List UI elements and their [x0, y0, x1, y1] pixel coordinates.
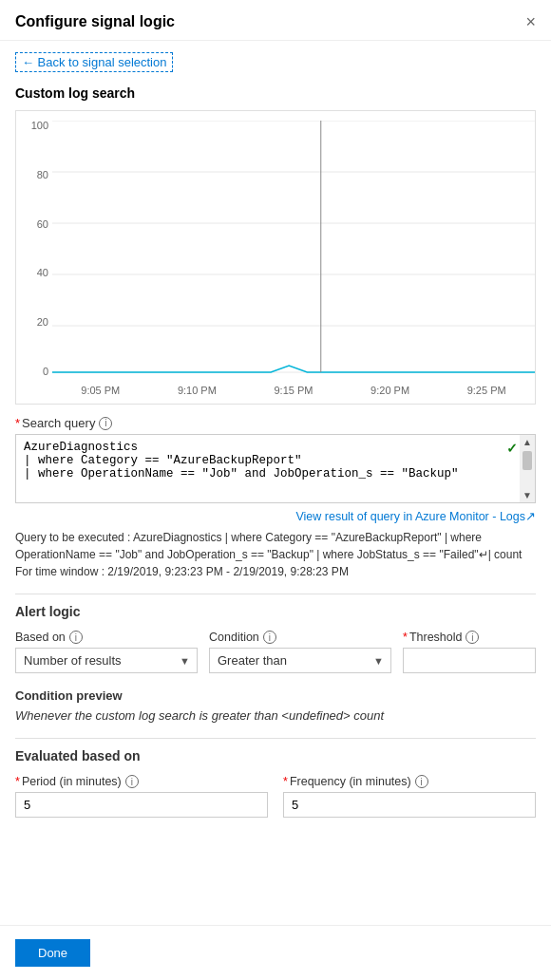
threshold-input[interactable] [403, 648, 536, 673]
period-required-star: * [15, 775, 20, 788]
x-label-920: 9:20 PM [342, 385, 439, 396]
y-label-60: 60 [37, 219, 48, 230]
chart-inner: 100 80 60 40 20 0 [16, 121, 535, 377]
frequency-info-icon[interactable]: i [415, 775, 428, 788]
alert-logic-section: Alert logic Based on i Number of results… [15, 604, 536, 673]
condition-select-wrapper: Greater than Less than Equal to ▼ [209, 648, 391, 673]
x-label-910: 9:10 PM [149, 385, 246, 396]
scroll-up-arrow[interactable]: ▲ [521, 435, 534, 449]
period-input[interactable] [15, 792, 268, 818]
frequency-field: * Frequency (in minutes) i [283, 775, 536, 818]
configure-signal-panel: Configure signal logic × ← Back to signa… [0, 0, 551, 980]
based-on-select-wrapper: Number of results Metric measurement ▼ [15, 648, 198, 673]
threshold-label-row: * Threshold i [403, 631, 536, 644]
panel-footer: Done [0, 925, 551, 980]
chart-container: 100 80 60 40 20 0 [15, 110, 536, 405]
based-on-info-icon[interactable]: i [69, 631, 83, 644]
y-label-20: 20 [37, 317, 48, 328]
x-label-925: 9:25 PM [438, 385, 535, 396]
search-query-textarea[interactable] [16, 435, 535, 499]
y-axis: 100 80 60 40 20 0 [16, 121, 52, 377]
based-on-field: Based on i Number of results Metric meas… [15, 631, 198, 673]
x-label-915: 9:15 PM [245, 385, 342, 396]
query-description-text: Query to be executed : AzureDiagnostics … [15, 531, 522, 578]
required-star: * [15, 416, 20, 430]
section-title: Custom log search [15, 85, 536, 101]
condition-preview-title: Condition preview [15, 688, 536, 703]
search-query-label: Search query [22, 416, 95, 430]
divider-1 [15, 594, 536, 594]
based-on-label-row: Based on i [15, 631, 198, 644]
threshold-label: Threshold [409, 631, 463, 644]
period-field: * Period (in minutes) i [15, 775, 268, 818]
close-button[interactable]: × [525, 13, 536, 30]
query-textarea-wrapper: ✓ ▲ ▼ [15, 434, 536, 503]
x-label-905: 9:05 PM [52, 385, 149, 396]
condition-preview-text: Whenever the custom log search is greate… [15, 708, 536, 723]
search-query-label-row: * Search query i [15, 416, 536, 430]
based-on-label: Based on [15, 631, 66, 644]
period-info-icon[interactable]: i [125, 775, 139, 788]
alert-fields-row: Based on i Number of results Metric meas… [15, 631, 536, 673]
condition-select[interactable]: Greater than Less than Equal to [209, 648, 391, 673]
scroll-down-arrow[interactable]: ▼ [521, 488, 534, 502]
x-axis: 9:05 PM 9:10 PM 9:15 PM 9:20 PM 9:25 PM [52, 377, 535, 404]
view-result-link[interactable]: View result of query in Azure Monitor - … [15, 509, 536, 523]
chart-svg [52, 121, 535, 377]
back-link[interactable]: ← Back to signal selection [15, 52, 173, 72]
y-label-80: 80 [37, 170, 48, 180]
scrollbar: ▲ ▼ [520, 435, 535, 502]
evaluated-title: Evaluated based on [15, 748, 536, 763]
condition-info-icon[interactable]: i [263, 631, 276, 644]
eval-fields-row: * Period (in minutes) i * Frequency (in … [15, 775, 536, 818]
frequency-label-row: * Frequency (in minutes) i [283, 775, 536, 788]
y-label-40: 40 [37, 268, 48, 278]
search-query-info-icon[interactable]: i [99, 417, 112, 430]
panel-header: Configure signal logic × [0, 0, 551, 41]
condition-label: Condition [209, 631, 259, 644]
alert-logic-title: Alert logic [15, 604, 536, 619]
panel-content: ← Back to signal selection Custom log se… [0, 41, 551, 844]
threshold-info-icon[interactable]: i [466, 631, 479, 644]
threshold-required-star: * [403, 631, 408, 644]
period-label: Period (in minutes) [22, 775, 122, 788]
scroll-thumb[interactable] [522, 451, 532, 470]
chart-plot [52, 121, 535, 377]
divider-2 [15, 738, 536, 739]
condition-label-row: Condition i [209, 631, 391, 644]
condition-preview-section: Condition preview Whenever the custom lo… [15, 688, 536, 723]
y-label-0: 0 [43, 367, 48, 377]
frequency-required-star: * [283, 775, 288, 788]
done-button[interactable]: Done [15, 939, 90, 967]
y-label-100: 100 [31, 121, 48, 131]
based-on-select[interactable]: Number of results Metric measurement [15, 648, 198, 673]
frequency-label: Frequency (in minutes) [290, 775, 411, 788]
query-section: * Search query i ✓ ▲ ▼ [15, 416, 536, 503]
frequency-input[interactable] [283, 792, 536, 818]
query-description: Query to be executed : AzureDiagnostics … [15, 529, 536, 580]
condition-field: Condition i Greater than Less than Equal… [209, 631, 391, 673]
period-label-row: * Period (in minutes) i [15, 775, 268, 788]
evaluated-section: Evaluated based on * Period (in minutes)… [15, 748, 536, 818]
panel-title: Configure signal logic [15, 13, 175, 30]
checkmark-icon: ✓ [506, 441, 518, 456]
threshold-field: * Threshold i [403, 631, 536, 673]
